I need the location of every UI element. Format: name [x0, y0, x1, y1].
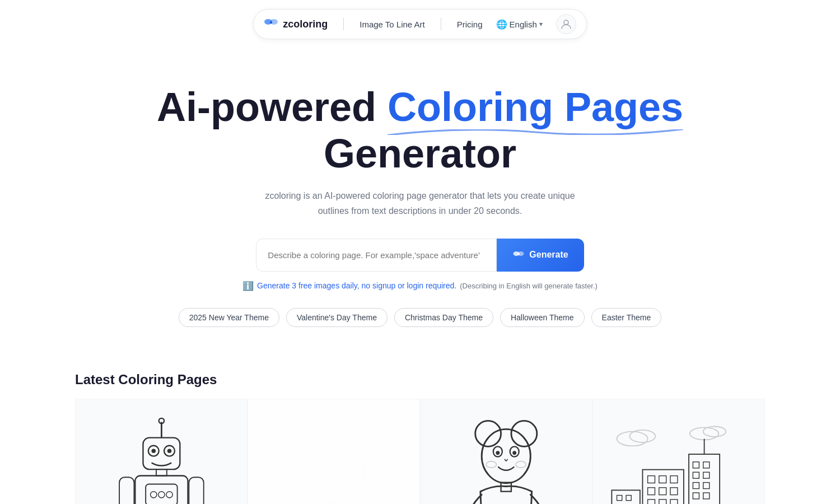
- latest-title: Latest Coloring Pages: [75, 372, 765, 388]
- gallery: NSFW content is not available for: [75, 399, 765, 504]
- svg-rect-53: [643, 469, 684, 504]
- gallery-item-girl[interactable]: [420, 399, 592, 504]
- svg-rect-48: [693, 482, 699, 488]
- gallery-item-robot[interactable]: [75, 399, 248, 504]
- gallery-item-image: [593, 399, 764, 504]
- svg-rect-49: [703, 482, 710, 488]
- nav-container: zcoloring Image To Line Art Pricing 🌐 En…: [253, 9, 587, 39]
- user-avatar[interactable]: [556, 14, 576, 34]
- theme-tag-halloween[interactable]: Halloween Theme: [500, 308, 585, 327]
- svg-point-39: [617, 432, 648, 446]
- svg-point-34: [496, 451, 500, 455]
- svg-rect-62: [670, 500, 678, 504]
- globe-icon: 🌐: [496, 19, 507, 30]
- svg-rect-56: [670, 475, 678, 483]
- svg-rect-50: [693, 493, 699, 499]
- language-note: (Describing in English will generate fas…: [460, 282, 598, 290]
- latest-section: Latest Coloring Pages: [0, 372, 840, 504]
- user-icon: [561, 18, 572, 30]
- generate-label: Generate: [529, 250, 568, 260]
- nav-divider: [343, 18, 344, 30]
- nsfw-overlay: NSFW content is not available for: [248, 399, 419, 504]
- svg-rect-64: [617, 495, 622, 500]
- theme-tags: 2025 New Year Theme Valentine's Day Them…: [11, 308, 829, 327]
- svg-point-18: [158, 491, 164, 497]
- hero-subtitle: zcoloring is an AI-powered coloring page…: [252, 188, 588, 218]
- svg-rect-47: [703, 472, 710, 478]
- svg-rect-54: [648, 475, 655, 483]
- language-label: English: [510, 20, 537, 29]
- svg-point-35: [512, 451, 516, 455]
- gallery-item-city[interactable]: [592, 399, 765, 504]
- logo-text: zcoloring: [283, 18, 328, 30]
- nav-language-selector[interactable]: 🌐 English ▾: [492, 17, 547, 32]
- svg-rect-61: [659, 500, 666, 504]
- gallery-item-image: [76, 399, 247, 504]
- theme-tag-easter[interactable]: Easter Theme: [591, 308, 662, 327]
- svg-point-17: [150, 491, 156, 497]
- svg-rect-57: [648, 488, 655, 495]
- svg-point-31: [482, 429, 530, 483]
- svg-point-12: [151, 449, 156, 453]
- svg-rect-45: [703, 462, 710, 468]
- nav-pricing[interactable]: Pricing: [452, 17, 487, 31]
- info-text: ℹ️ Generate 3 free images daily, no sign…: [11, 281, 829, 291]
- search-bar: Generate: [11, 239, 829, 272]
- hero-section: Ai-powered Coloring Pages Generator zcol…: [0, 39, 840, 372]
- gallery-item-image: [421, 399, 592, 504]
- hero-title-colored: Coloring Pages: [388, 84, 683, 130]
- navbar: zcoloring Image To Line Art Pricing 🌐 En…: [0, 0, 840, 39]
- hero-title-generator: Generator: [324, 131, 516, 176]
- theme-tag-new-year[interactable]: 2025 New Year Theme: [179, 308, 279, 327]
- theme-tag-valentine[interactable]: Valentine's Day Theme: [286, 308, 388, 327]
- svg-point-42: [703, 426, 726, 436]
- nav-divider2: [441, 18, 441, 30]
- svg-rect-59: [670, 488, 678, 495]
- svg-rect-15: [135, 475, 188, 504]
- svg-rect-44: [693, 462, 699, 468]
- svg-rect-46: [693, 472, 699, 478]
- svg-point-2: [270, 21, 272, 24]
- girl-illustration: [442, 402, 571, 504]
- svg-point-13: [167, 449, 171, 453]
- svg-rect-65: [626, 495, 631, 500]
- svg-rect-51: [703, 493, 710, 499]
- generate-button[interactable]: Generate: [497, 239, 584, 272]
- svg-point-40: [630, 430, 656, 442]
- chevron-down-icon: ▾: [539, 20, 543, 28]
- svg-point-3: [564, 20, 568, 25]
- svg-point-37: [516, 461, 526, 468]
- search-input[interactable]: [256, 239, 497, 272]
- city-illustration: [601, 423, 755, 504]
- generate-icon: [512, 248, 525, 263]
- theme-tag-christmas[interactable]: Christmas Day Theme: [394, 308, 493, 327]
- gallery-item-image: NSFW content is not available for: [248, 399, 419, 504]
- svg-point-19: [166, 491, 172, 497]
- svg-rect-14: [156, 469, 167, 475]
- svg-rect-60: [648, 500, 655, 504]
- svg-point-29: [475, 421, 501, 446]
- hero-title-plain: Ai-powered: [157, 85, 388, 129]
- logo-icon: [264, 15, 278, 33]
- svg-rect-58: [659, 488, 666, 495]
- svg-point-6: [517, 253, 520, 255]
- svg-point-30: [511, 421, 537, 446]
- free-images-info: Generate 3 free images daily, no signup …: [257, 281, 456, 290]
- svg-rect-20: [119, 477, 134, 504]
- svg-rect-21: [189, 477, 203, 504]
- gallery-item-nsfw[interactable]: NSFW content is not available for: [248, 399, 420, 504]
- svg-point-36: [486, 461, 496, 468]
- robot-illustration: [93, 417, 230, 504]
- nav-image-to-line-art[interactable]: Image To Line Art: [355, 17, 429, 31]
- hero-title: Ai-powered Coloring Pages Generator: [11, 84, 829, 177]
- logo[interactable]: zcoloring: [264, 15, 328, 33]
- info-icon: ℹ️: [242, 281, 254, 291]
- svg-rect-55: [659, 475, 666, 483]
